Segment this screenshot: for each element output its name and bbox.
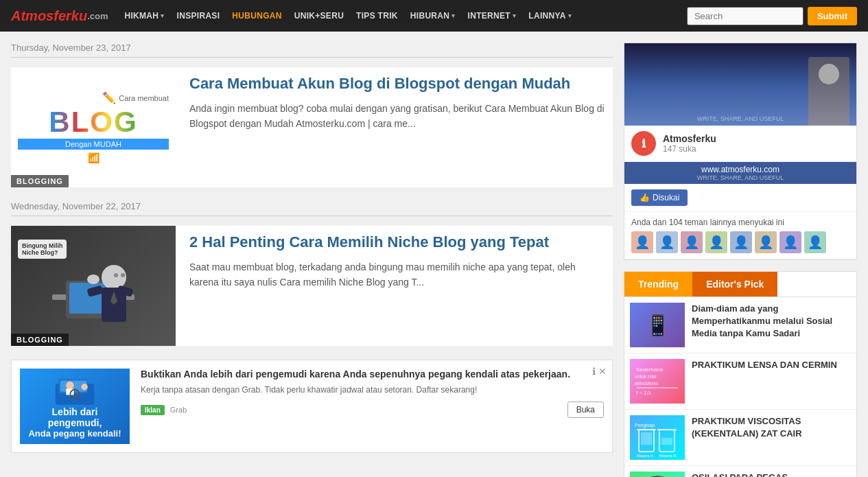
post-badge-1: BLOGGING	[11, 175, 69, 187]
nav-hiburan[interactable]: HIBURAN ▾	[405, 7, 461, 25]
fb-mini-avatar-3: 👤	[681, 231, 703, 253]
thumbnail-image-1: ✏️ Cara membuat BLOG Dengan MUDAH 📶	[11, 67, 176, 187]
facebook-widget: WRITE, SHARE, AND USEFUL ℹ Atmosferku 14…	[624, 43, 857, 260]
trending-section: Trending Editor's Pick 📱 Diam-diam ada y…	[624, 271, 857, 477]
ad-content: Buktikan Anda lebih dari pengemudi karen…	[141, 369, 604, 418]
ad-badge: Iklan	[141, 405, 165, 415]
nav-unikseru[interactable]: UNIK+SERU	[289, 7, 349, 25]
svg-point-3	[102, 265, 126, 290]
fb-avatar: ℹ	[631, 131, 656, 156]
logo-dotcom: .com	[87, 11, 108, 21]
trending-text-3: PRAKTIKUM VISCOSITAS (KEKENTALAN) ZAT CA…	[692, 415, 851, 440]
trending-text-1: Diam-diam ada yang Memperhatikanmu melal…	[692, 303, 851, 340]
fb-mini-avatar-5: 👤	[730, 231, 752, 253]
content-area: Thursday, November 23, 2017 ✏️ Cara memb…	[11, 43, 613, 477]
trending-item-3[interactable]: Pengisap Bejana A Bejana B PRAKTIKUM VIS…	[624, 410, 856, 466]
svg-point-9	[114, 273, 118, 277]
logo-text: Atmosferku	[11, 8, 87, 24]
site-logo[interactable]: Atmosferku.com	[11, 8, 108, 24]
svg-point-18	[81, 384, 87, 390]
ad-brand: Grab	[170, 406, 187, 414]
post-info-1: Cara Membuat Akun Blog di Blogspot denga…	[189, 67, 613, 187]
date-header-1: Thursday, November 23, 2017	[11, 43, 613, 58]
trending-text-2: PRAKTIKUM LENSA DAN CERMIN	[692, 359, 837, 371]
tab-trending[interactable]: Trending	[624, 272, 692, 296]
nav-inspirasi[interactable]: INSPIRASI	[172, 7, 226, 25]
ad-close-controls: ℹ ✕	[592, 366, 607, 377]
post-card-2: Bingung MilihNiche Blog?	[11, 226, 613, 346]
svg-point-10	[121, 273, 125, 277]
ad-footer: Iklan Grab Buka	[141, 402, 604, 418]
fb-tagline-sub: WRITE, SHARE, AND USEFUL	[627, 174, 854, 181]
nav-hikmah[interactable]: HIKMAH ▾	[119, 7, 169, 25]
post-excerpt-1: Anda ingin membuat blog? coba mulai deng…	[189, 101, 606, 132]
blog-logo-text: BLOG	[49, 106, 137, 139]
ad-illustration	[27, 374, 123, 406]
fb-url: www.atmosferku.com	[627, 165, 854, 174]
svg-text:Sederhana: Sederhana	[636, 367, 664, 373]
ad-open-button[interactable]: Buka	[567, 402, 604, 418]
fb-like-section: 👍 Disukai	[624, 184, 856, 212]
svg-text:Bejana B: Bejana B	[659, 454, 676, 458]
fb-mini-avatar-1: 👤	[631, 231, 653, 253]
fb-page-info: Atmosferku 147 suka	[663, 133, 716, 154]
svg-text:Pengisap: Pengisap	[635, 423, 655, 428]
close-icon[interactable]: ✕	[598, 366, 607, 377]
fb-mini-avatar-2: 👤	[656, 231, 678, 253]
fb-likes-count: 147 suka	[663, 144, 716, 154]
phone-icon: 📱	[645, 313, 670, 337]
post-card-1: ✏️ Cara membuat BLOG Dengan MUDAH 📶 BLOG…	[11, 67, 613, 187]
tab-editors-pick[interactable]: Editor's Pick	[692, 272, 777, 296]
trending-thumb-4	[630, 472, 685, 477]
lab-illustration: Pengisap Bejana A Bejana B	[633, 417, 681, 458]
trending-thumb-2: Sederhana untuk nilai atmosferku f = 1/λ	[630, 359, 685, 404]
fb-person-silhouette	[808, 57, 849, 126]
ad-image: Lebih dari pengemudi, Anda pegang kendal…	[20, 369, 130, 444]
chevron-down-icon: ▾	[451, 12, 455, 19]
spring-illustration	[633, 474, 681, 478]
nav-internet[interactable]: INTERNET ▾	[462, 7, 522, 25]
header: Atmosferku.com HIKMAH ▾ INSPIRASI HUBUNG…	[0, 0, 868, 32]
ad-desc: Kerja tanpa atasan dengan Grab. Tidak pe…	[141, 384, 604, 396]
post-thumbnail-2[interactable]: Bingung MilihNiche Blog?	[11, 226, 176, 346]
svg-rect-29	[661, 438, 672, 445]
fb-avatars-row: 👤 👤 👤 👤 👤 👤 👤 👤	[631, 231, 849, 253]
svg-point-8	[87, 275, 99, 284]
svg-text:atmosferku: atmosferku	[635, 381, 659, 386]
fb-page-name: Atmosferku	[663, 133, 716, 144]
svg-text:Bejana A: Bejana A	[637, 454, 653, 458]
thumbsup-icon: 👍	[640, 193, 650, 202]
fb-like-button[interactable]: 👍 Disukai	[631, 189, 688, 206]
chevron-down-icon: ▾	[568, 12, 572, 19]
fb-url-bar: www.atmosferku.com WRITE, SHARE, AND USE…	[624, 162, 856, 184]
info-icon[interactable]: ℹ	[592, 366, 596, 377]
main-nav: HIKMAH ▾ INSPIRASI HUBUNGAN UNIK+SERU TI…	[119, 7, 675, 25]
post-excerpt-2: Saat mau membuat blog, terkadang anda bi…	[189, 259, 606, 290]
trending-item-1[interactable]: 📱 Diam-diam ada yang Memperhatikanmu mel…	[624, 297, 856, 353]
trending-item-2[interactable]: Sederhana untuk nilai atmosferku f = 1/λ…	[624, 353, 856, 410]
ad-banner: Lebih dari pengemudi, Anda pegang kendal…	[11, 360, 613, 453]
ad-title: Buktikan Anda lebih dari pengemudi karen…	[141, 369, 604, 380]
nav-lainnya[interactable]: LAINNYA ▾	[523, 7, 577, 25]
search-input[interactable]	[687, 7, 804, 25]
post-thumbnail-1[interactable]: ✏️ Cara membuat BLOG Dengan MUDAH 📶 BLOG…	[11, 67, 176, 187]
submit-button[interactable]: Submit	[808, 7, 857, 25]
ad-tagline: Anda pegang kendali!	[28, 428, 121, 439]
chevron-down-icon: ▾	[513, 12, 516, 19]
main-layout: Thursday, November 23, 2017 ✏️ Cara memb…	[0, 32, 868, 477]
trending-thumb-1: 📱	[630, 303, 685, 347]
post-title-2[interactable]: 2 Hal Penting Cara Memilih Niche Blog ya…	[189, 233, 606, 253]
svg-point-14	[66, 382, 73, 389]
fb-cover: WRITE, SHARE, AND USEFUL	[624, 43, 856, 126]
post-badge-2: BLOGGING	[11, 334, 69, 346]
ad-big-text: Lebih dari pengemudi,	[25, 406, 124, 428]
fb-tagline: WRITE, SHARE, AND USEFUL	[697, 115, 784, 122]
post-info-2: 2 Hal Penting Cara Memilih Niche Blog ya…	[189, 226, 613, 346]
trending-item-4[interactable]: OSILASI PADA PEGAS	[624, 466, 856, 477]
svg-rect-26	[641, 432, 652, 445]
nav-tipstrik[interactable]: TIPS TRIK	[351, 7, 403, 25]
thumbnail-image-2: Bingung MilihNiche Blog?	[11, 226, 176, 346]
trending-text-4: OSILASI PADA PEGAS	[692, 472, 788, 477]
post-title-1[interactable]: Cara Membuat Akun Blog di Blogspot denga…	[189, 74, 606, 94]
nav-hubungan[interactable]: HUBUNGAN	[226, 7, 287, 25]
